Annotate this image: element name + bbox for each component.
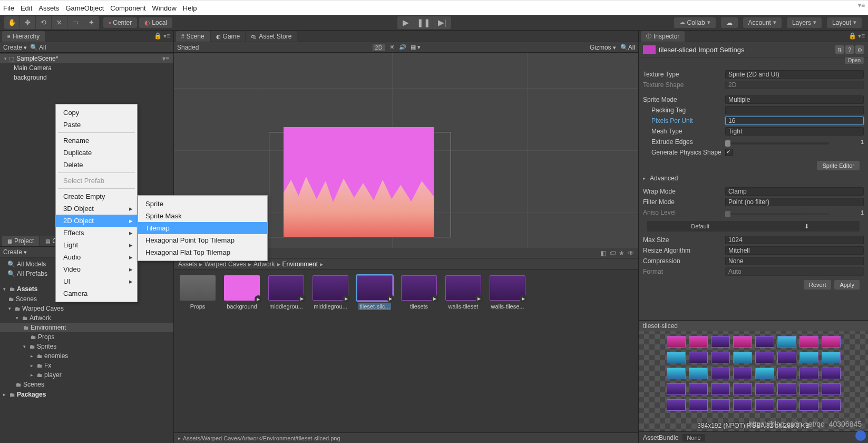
preset-icon[interactable]: ⇅	[835, 45, 844, 54]
grid-item-middlegrou-[interactable]: ▶middlegrou...	[312, 275, 349, 427]
hierarchy-item[interactable]: Main Camera	[0, 63, 173, 73]
layout-dropdown[interactable]: Layout▾	[827, 17, 862, 28]
packing-tag-input[interactable]	[725, 106, 864, 114]
expand-icon[interactable]: ▶	[431, 295, 438, 302]
hierarchy-tab[interactable]: ≡Hierarchy	[2, 31, 45, 42]
ctx-item-select-prefab[interactable]: Select Prefab	[56, 175, 137, 187]
inspector-tab[interactable]: ⓘInspector	[641, 31, 685, 42]
layers-dropdown[interactable]: Layers▾	[787, 17, 822, 28]
audio-toggle[interactable]: 🔊	[399, 44, 406, 51]
pause-button[interactable]: ❚❚	[415, 16, 433, 29]
ctx-item-sprite-mask[interactable]: Sprite Mask	[138, 210, 267, 222]
ctx-item-3d-object[interactable]: 3D Object	[56, 203, 137, 215]
expand-icon[interactable]: ▶	[520, 295, 527, 302]
star-icon[interactable]: ★	[619, 249, 625, 257]
menu-gameobject[interactable]: GameObject	[65, 4, 104, 12]
project-tab[interactable]: ▦Project	[2, 236, 39, 246]
expand-icon[interactable]: ▶	[298, 295, 306, 302]
tree-props[interactable]: 🖿Props	[0, 332, 173, 342]
menu-window[interactable]: Window	[152, 4, 177, 12]
texture-type-dropdown[interactable]: Sprite (2D and UI)	[725, 70, 864, 79]
expand-icon[interactable]: ▶	[255, 295, 262, 303]
hand-tool[interactable]: ✋	[4, 16, 20, 29]
ctx-item-camera[interactable]: Camera	[56, 287, 137, 300]
resize-algo-dropdown[interactable]: Mitchell	[725, 246, 864, 255]
hidden-icon[interactable]: 👁	[628, 249, 634, 257]
sprite-mode-dropdown[interactable]: Multiple	[725, 95, 864, 104]
tree-player[interactable]: ▸🖿player	[0, 370, 173, 380]
pivot-toggle[interactable]: ▪Center	[103, 17, 137, 28]
extrude-edges-slider[interactable]	[725, 142, 829, 145]
label-icon[interactable]: 🏷	[609, 249, 616, 257]
menu-component[interactable]: Component	[110, 4, 145, 12]
compression-dropdown[interactable]: None	[725, 257, 864, 265]
tree-scenes2[interactable]: 🖿Scenes	[0, 380, 173, 389]
help-icon[interactable]: ?	[845, 45, 854, 54]
menu-file[interactable]: File	[3, 4, 14, 12]
panel-menu-icon[interactable]: ▾≡	[858, 2, 865, 9]
tree-environment[interactable]: 🖿Environment	[0, 323, 173, 332]
open-button[interactable]: Open	[845, 57, 864, 64]
step-button[interactable]: ▶|	[433, 16, 451, 29]
expand-icon[interactable]: ▶	[387, 295, 394, 302]
tree-warped-caves[interactable]: ▾🖿Warped Caves	[0, 304, 173, 313]
ctx-item-hexagonal-flat-top-tilemap[interactable]: Hexagonal Flat Top Tilemap	[138, 246, 267, 258]
foldout-icon[interactable]: ▾	[4, 56, 7, 61]
pixels-per-unit-input[interactable]: 16	[725, 117, 864, 125]
tree-artwork[interactable]: ▾🖿Artwork	[0, 313, 173, 323]
tree-sprites[interactable]: ▾🖿Sprites	[0, 342, 173, 351]
scene-menu-icon[interactable]: ▾≡	[162, 55, 169, 62]
ctx-item-hexagonal-point-top-tilemap[interactable]: Hexagonal Point Top Tilemap	[138, 234, 267, 246]
game-tab[interactable]: ◐Game	[211, 31, 246, 42]
ctx-item-video[interactable]: Video	[56, 263, 137, 275]
panel-menu-icon[interactable]: 🔒 ▾≡	[849, 32, 865, 40]
ctx-item-copy[interactable]: Copy	[56, 107, 137, 119]
filter-mode-dropdown[interactable]: Point (no filter)	[725, 198, 864, 206]
grid-item-background[interactable]: ▶background	[223, 275, 260, 427]
packages-root[interactable]: ▸🖿Packages	[0, 389, 173, 400]
scene-tab[interactable]: #Scene	[176, 31, 210, 42]
rect-tool[interactable]: ▭	[67, 16, 83, 29]
asset-store-tab[interactable]: 🛍Asset Store	[246, 31, 297, 42]
bc-assets[interactable]: Assets	[178, 261, 197, 268]
ctx-item-duplicate[interactable]: Duplicate	[56, 147, 137, 159]
ctx-item-audio[interactable]: Audio	[56, 251, 137, 263]
background-sprite[interactable]	[284, 127, 434, 237]
platform-default[interactable]: Default⬇	[647, 221, 860, 232]
menu-edit[interactable]: Edit	[21, 4, 32, 12]
ctx-item-delete[interactable]: Delete	[56, 159, 137, 171]
menu-help[interactable]: Help	[183, 4, 197, 12]
ctx-item-ui[interactable]: UI	[56, 275, 137, 287]
mesh-type-dropdown[interactable]: Tight	[725, 127, 864, 136]
ctx-item-create-empty[interactable]: Create Empty	[56, 190, 137, 203]
gizmos-dropdown[interactable]: Gizmos ▾	[590, 44, 616, 51]
download-icon[interactable]: ⬇	[754, 223, 860, 230]
grid-item-Props[interactable]: Props	[179, 275, 216, 427]
fx-toggle[interactable]: ▦ ▾	[411, 44, 421, 51]
panel-menu-icon[interactable]: 🔒 ▾≡	[154, 32, 170, 40]
move-tool[interactable]: ✥	[20, 16, 36, 29]
shading-dropdown[interactable]: Shaded	[177, 44, 199, 51]
ctx-item-2d-object[interactable]: 2D Object	[56, 215, 137, 227]
bc-warped[interactable]: Warped Caves	[204, 261, 246, 268]
scene-search[interactable]: 🔍All	[620, 44, 635, 51]
rotate-tool[interactable]: ⟲	[36, 16, 52, 29]
cloud-button[interactable]: ☁	[721, 17, 738, 28]
sprite-editor-button[interactable]: Sprite Editor	[817, 161, 860, 170]
apply-button[interactable]: Apply	[834, 280, 860, 290]
tree-enemies[interactable]: ▸🖿enemies	[0, 351, 173, 361]
collab-button[interactable]: ☁Collab▾	[674, 17, 716, 28]
transform-tool[interactable]: ✦	[83, 16, 99, 29]
hierarchy-search[interactable]: 🔍All	[30, 44, 46, 51]
ctx-item-tilemap[interactable]: Tilemap	[138, 222, 267, 234]
filter-icon[interactable]: ◧	[600, 249, 606, 257]
handle-toggle[interactable]: ◐Local	[139, 17, 172, 28]
project-create-button[interactable]: Create ▾	[3, 248, 27, 256]
bc-artwork[interactable]: Artwork	[253, 261, 275, 268]
grid-item-walls-tileset[interactable]: ▶walls-tileset	[445, 275, 482, 427]
ctx-item-effects[interactable]: Effects	[56, 227, 137, 239]
hierarchy-create-button[interactable]: Create ▾	[3, 44, 27, 51]
grid-item-tileset-slic-[interactable]: ▶tileset-slic...	[356, 275, 393, 427]
ctx-item-paste[interactable]: Paste	[56, 119, 137, 131]
gen-physics-checkbox[interactable]	[725, 149, 733, 156]
